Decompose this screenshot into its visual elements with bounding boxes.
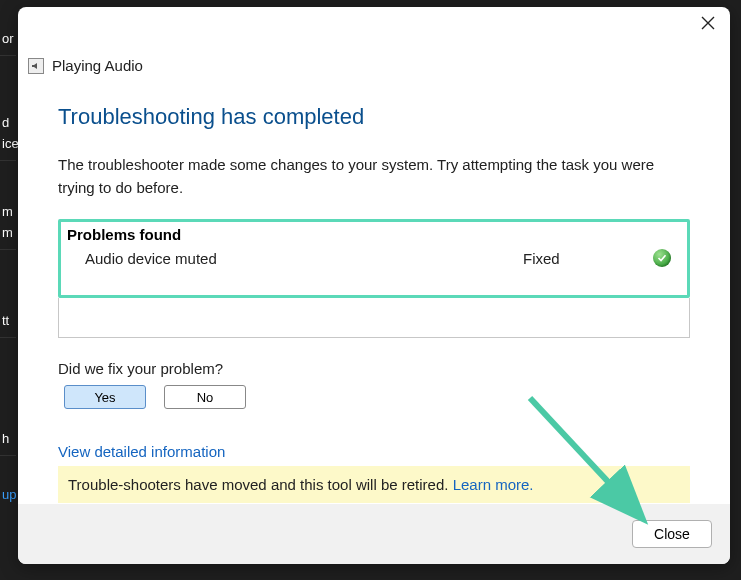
- banner-text: Trouble-shooters have moved and this too…: [68, 476, 453, 493]
- page-heading: Troubleshooting has completed: [58, 104, 690, 130]
- learn-more-link[interactable]: Learn more.: [453, 476, 534, 493]
- problem-name: Audio device muted: [85, 250, 523, 267]
- empty-box-area: [58, 298, 690, 338]
- deprecation-banner: Trouble-shooters have moved and this too…: [58, 466, 690, 503]
- did-we-fix-label: Did we fix your problem?: [58, 360, 690, 377]
- description-text: The troubleshooter made some changes to …: [58, 154, 690, 199]
- dialog-content: Troubleshooting has completed The troubl…: [18, 80, 730, 504]
- problem-status: Fixed: [523, 250, 653, 267]
- feedback-buttons: Yes No: [58, 385, 690, 409]
- dialog-footer: Close: [18, 504, 730, 564]
- yes-button[interactable]: Yes: [64, 385, 146, 409]
- dialog-title: Playing Audio: [52, 57, 143, 74]
- troubleshooter-dialog: Playing Audio Troubleshooting has comple…: [18, 7, 730, 564]
- check-icon: [653, 249, 671, 267]
- problem-row: Audio device muted Fixed: [67, 243, 681, 267]
- titlebar: Playing Audio: [18, 7, 730, 80]
- problems-found-section: Problems found Audio device muted Fixed: [58, 219, 690, 298]
- close-icon[interactable]: [700, 15, 716, 34]
- close-button[interactable]: Close: [632, 520, 712, 548]
- no-button[interactable]: No: [164, 385, 246, 409]
- audio-icon: [28, 58, 44, 74]
- view-detailed-link[interactable]: View detailed information: [58, 443, 690, 460]
- problems-header: Problems found: [67, 226, 681, 243]
